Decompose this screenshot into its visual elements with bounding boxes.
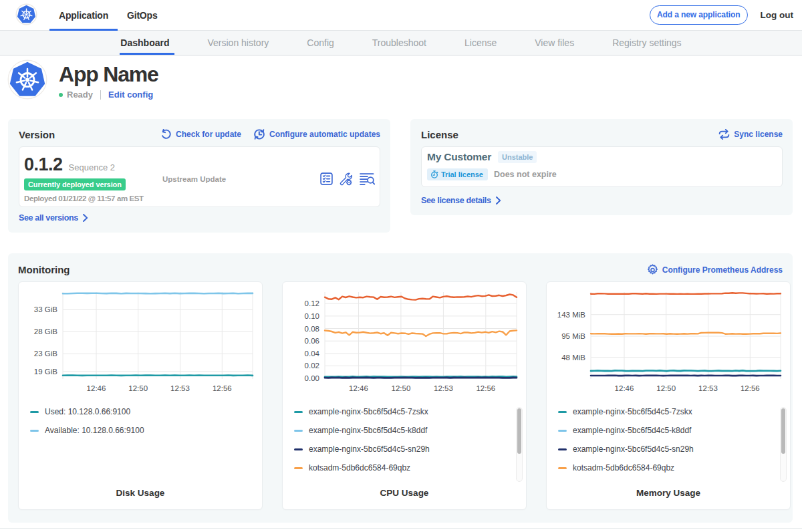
navbar-right: Add a new application Log out (650, 0, 802, 30)
subnav-tab-license[interactable]: License (464, 31, 497, 55)
check-for-update-label: Check for update (176, 130, 241, 139)
see-license-details-link[interactable]: See license details (421, 196, 502, 205)
svg-text:23 GiB: 23 GiB (34, 350, 57, 358)
app-header: App Name Ready Edit config (0, 55, 802, 100)
license-customer-row: My Customer Unstable (427, 150, 775, 164)
chart-plot-cpu: 0.000.020.040.060.080.100.1212:4612:5012… (283, 290, 526, 404)
logout-button[interactable]: Log out (761, 10, 793, 20)
svg-text:28 GiB: 28 GiB (34, 327, 57, 336)
legend-item: Used: 10.128.0.66:9100 (30, 407, 259, 416)
version-card-header: Version Check for update (19, 128, 380, 141)
legend-dash-icon (294, 448, 303, 450)
version-number: 0.1.2 (24, 155, 63, 174)
legend-dash-icon (30, 411, 39, 413)
svg-text:12:56: 12:56 (476, 384, 495, 392)
legend-label: example-nginx-5bc6f5d4c5-7zskx (573, 407, 692, 416)
chart-card-cpu: 0.000.020.040.060.080.100.1212:4612:5012… (282, 281, 527, 510)
legend-dash-icon (558, 467, 567, 469)
configure-automatic-updates-label: Configure automatic updates (269, 130, 380, 139)
subnav-tab-version-history[interactable]: Version history (207, 31, 269, 55)
chart-legend-memory[interactable]: example-nginx-5bc6f5d4c5-7zskxexample-ng… (558, 407, 787, 482)
edit-config-link[interactable]: Edit config (108, 90, 153, 100)
legend-dash-icon (294, 430, 303, 432)
legend-scrollbar-thumb[interactable] (517, 408, 521, 454)
legend-label: example-nginx-5bc6f5d4c5-k8ddf (309, 426, 427, 435)
subnav-tab-label: Troubleshoot (372, 37, 426, 48)
svg-text:95 MiB: 95 MiB (561, 332, 585, 340)
kubernetes-logo (17, 5, 36, 24)
navbar-tabs: Application GitOps (49, 0, 167, 30)
legend-dash-icon (558, 448, 567, 450)
legend-item: example-nginx-5bc6f5d4c5-k8ddf (558, 426, 787, 435)
legend-label: example-nginx-5bc6f5d4c5-k8ddf (573, 426, 691, 435)
svg-text:12:56: 12:56 (213, 384, 232, 392)
license-type-label: Trial license (441, 170, 483, 178)
current-version-item: 0.1.2 Sequence 2 Currently deployed vers… (19, 146, 380, 207)
app-status-text: Ready (67, 90, 93, 100)
svg-text:12:46: 12:46 (349, 384, 368, 392)
configure-prometheus-link[interactable]: Configure Prometheus Address (647, 264, 783, 275)
subnav-tab-dashboard[interactable]: Dashboard (120, 31, 169, 55)
legend-scrollbar-thumb[interactable] (781, 408, 785, 454)
version-card: Version Check for update (8, 119, 390, 233)
app-subnav: DashboardVersion historyConfigTroublesho… (0, 31, 802, 55)
configure-automatic-updates-link[interactable]: Configure automatic updates (253, 128, 380, 140)
check-for-update-link[interactable]: Check for update (160, 129, 241, 140)
see-license-details-label: See license details (421, 196, 491, 205)
subnav-tab-config[interactable]: Config (307, 31, 333, 55)
dashboard-cards-row: Version Check for update (8, 119, 793, 233)
svg-text:0.00: 0.00 (305, 374, 319, 382)
license-channel-badge: Unstable (498, 151, 537, 163)
view-yaml-diff-icon[interactable] (360, 172, 375, 185)
svg-text:12:50: 12:50 (656, 384, 676, 392)
svg-text:12:53: 12:53 (170, 384, 190, 392)
legend-label: example-nginx-5bc6f5d4c5-sn29h (309, 444, 430, 454)
subnav-tab-troubleshoot[interactable]: Troubleshoot (372, 31, 426, 55)
chart-title-memory: Memory Usage (547, 488, 790, 498)
nav-tab-application[interactable]: Application (49, 0, 118, 30)
stopwatch-icon (430, 170, 438, 178)
subnav-tab-label: Dashboard (120, 37, 169, 48)
svg-text:0.04: 0.04 (305, 350, 320, 358)
chart-legend-disk: Used: 10.128.0.66:9100Available: 10.128.… (30, 407, 259, 482)
nav-tab-gitops[interactable]: GitOps (118, 0, 166, 30)
legend-item: kotsadm-5db6dc6584-69qbz (294, 463, 523, 473)
subnav-tab-view-files[interactable]: View files (535, 31, 574, 55)
kubernetes-logo-icon (17, 5, 36, 24)
legend-item: example-nginx-5bc6f5d4c5-sn29h (294, 444, 523, 454)
chart-legend-cpu[interactable]: example-nginx-5bc6f5d4c5-7zskxexample-ng… (294, 407, 523, 482)
subnav-tab-label: Version history (207, 37, 269, 48)
app-icon (9, 61, 46, 98)
chart-plot-memory: 48 MiB95 MiB143 MiB12:4612:5012:5312:56 (547, 290, 790, 404)
refresh-icon (160, 129, 172, 140)
svg-text:0.10: 0.10 (305, 312, 319, 320)
legend-label: kotsadm-5db6dc6584-69qbz (309, 463, 410, 473)
preflight-checklist-icon[interactable] (320, 172, 333, 185)
legend-item: example-nginx-5bc6f5d4c5-7zskx (558, 407, 787, 416)
svg-text:0.02: 0.02 (305, 362, 319, 370)
legend-scrollbar[interactable] (780, 407, 787, 482)
chart-title-disk: Disk Usage (19, 488, 262, 498)
sync-license-label: Sync license (734, 130, 783, 139)
chevron-right-icon (495, 196, 502, 205)
subnav-tab-label: Config (307, 37, 333, 48)
version-source-label: Upstream Update (162, 175, 226, 183)
sync-license-link[interactable]: Sync license (718, 129, 783, 140)
version-action-icons (320, 172, 375, 186)
add-application-button[interactable]: Add a new application (650, 5, 748, 25)
legend-dash-icon (558, 411, 567, 413)
legend-item: kotsadm-5db6dc6584-69qbz (558, 463, 787, 473)
svg-text:0.08: 0.08 (305, 325, 319, 333)
legend-scrollbar[interactable] (516, 407, 523, 482)
app-kubernetes-icon (9, 61, 46, 98)
configure-prometheus-label: Configure Prometheus Address (662, 265, 783, 275)
monitoring-title: Monitoring (18, 264, 70, 275)
legend-dash-icon (30, 430, 39, 432)
subnav-tab-registry-settings[interactable]: Registry settings (612, 31, 681, 55)
svg-text:12:50: 12:50 (128, 384, 148, 392)
subnav-tabs: DashboardVersion historyConfigTroublesho… (120, 31, 681, 55)
chart-card-disk: 19 GiB23 GiB28 GiB33 GiB12:4612:5012:531… (18, 281, 263, 510)
legend-dash-icon (294, 467, 303, 469)
edit-config-wrench-icon[interactable] (340, 172, 353, 186)
see-all-versions-link[interactable]: See all versions (19, 213, 89, 223)
